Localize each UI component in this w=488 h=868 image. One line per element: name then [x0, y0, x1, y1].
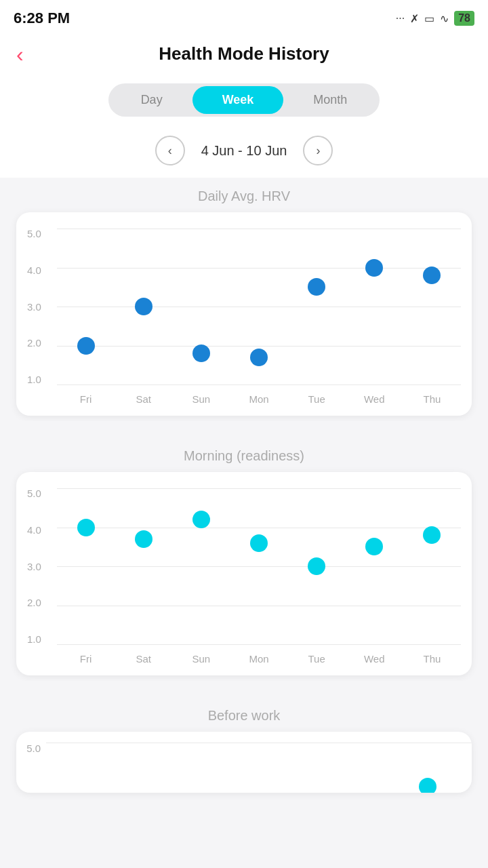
before-work-dot — [419, 778, 436, 793]
date-navigation: ‹ 4 Jun - 10 Jun › — [0, 129, 488, 178]
header: ‹ Health Mode History — [0, 34, 488, 77]
hrv-y-3: 3.0 — [27, 302, 41, 312]
morning-x-labels: Fri Sat Sun Mon Tue Wed Thu — [57, 653, 461, 665]
prev-date-button[interactable]: ‹ — [155, 136, 185, 165]
hrv-chart-area: 5.0 4.0 3.0 2.0 1.0 Fri Sat Sun Mon Tue … — [27, 229, 461, 405]
page-title: Health Mode History — [16, 43, 472, 64]
hrv-x-thu: Thu — [403, 393, 461, 405]
grid-line — [57, 384, 461, 385]
morning-x-fri: Fri — [57, 653, 115, 665]
next-arrow-icon: › — [316, 144, 320, 158]
hrv-chart-title: Daily Avg. HRV — [0, 189, 488, 204]
morning-y-5: 5.0 — [27, 488, 41, 498]
grid-line — [57, 268, 461, 269]
hrv-x-mon: Mon — [230, 393, 287, 405]
status-icons: ··· ✗ ▭ ∿ 78 — [396, 11, 474, 26]
grid-line — [57, 644, 461, 645]
grid-line — [57, 488, 461, 489]
morning-y-labels: 5.0 4.0 3.0 2.0 1.0 — [27, 488, 41, 665]
data-point — [365, 259, 383, 277]
status-time: 6:28 PM — [14, 9, 70, 27]
dots-icon: ··· — [396, 12, 405, 24]
morning-y-2: 2.0 — [27, 597, 41, 608]
hrv-y-2: 2.0 — [27, 338, 41, 348]
hrv-y-labels: 5.0 4.0 3.0 2.0 1.0 — [27, 229, 41, 405]
hrv-x-fri: Fri — [57, 393, 115, 405]
morning-chart-title: Morning (readiness) — [0, 448, 488, 464]
divider-1 — [0, 421, 488, 437]
hrv-x-sun: Sun — [172, 393, 230, 405]
segment-control: Day Week Month — [108, 83, 380, 117]
before-work-grid — [46, 743, 472, 743]
data-point — [192, 344, 210, 362]
data-point — [423, 267, 441, 284]
hrv-x-tue: Tue — [288, 393, 346, 405]
morning-section: Morning (readiness) 5.0 4.0 3.0 2.0 1.0 … — [0, 437, 488, 681]
divider-2 — [0, 681, 488, 697]
hrv-x-wed: Wed — [346, 393, 403, 405]
battery-level: 78 — [454, 11, 474, 26]
grid-line — [57, 229, 461, 229]
hrv-y-5: 5.0 — [27, 229, 41, 239]
wifi-icon: ∿ — [440, 12, 449, 25]
data-point — [135, 530, 152, 548]
next-date-button[interactable]: › — [303, 136, 333, 165]
data-point — [308, 557, 325, 575]
morning-x-thu: Thu — [403, 653, 461, 665]
hrv-y-1: 1.0 — [27, 374, 41, 384]
data-point — [192, 511, 210, 528]
before-work-section: Before work 5.0 — [0, 697, 488, 798]
morning-x-sun: Sun — [172, 653, 230, 665]
before-work-title: Before work — [0, 708, 488, 724]
before-work-y-5: 5.0 — [16, 743, 43, 754]
morning-plot — [57, 488, 461, 644]
data-point — [77, 337, 95, 355]
morning-y-3: 3.0 — [27, 561, 41, 572]
prev-arrow-icon: ‹ — [168, 144, 172, 158]
battery-icon: ▭ — [424, 12, 434, 25]
bluetooth-icon: ✗ — [410, 12, 419, 25]
grid-line — [57, 528, 461, 528]
data-point — [365, 538, 383, 555]
morning-x-sat: Sat — [115, 653, 172, 665]
segment-control-container: Day Week Month — [0, 77, 488, 129]
data-point — [135, 298, 152, 315]
data-point — [250, 349, 268, 366]
morning-x-mon: Mon — [230, 653, 287, 665]
hrv-y-4: 4.0 — [27, 265, 41, 275]
morning-y-1: 1.0 — [27, 634, 41, 644]
hrv-section: Daily Avg. HRV 5.0 4.0 3.0 2.0 1.0 Fri S… — [0, 178, 488, 421]
segment-week[interactable]: Week — [192, 86, 284, 114]
segment-day[interactable]: Day — [111, 86, 192, 114]
morning-x-tue: Tue — [288, 653, 346, 665]
back-button[interactable]: ‹ — [16, 43, 24, 65]
data-point — [250, 534, 268, 552]
grid-line — [57, 606, 461, 606]
morning-chart-area: 5.0 4.0 3.0 2.0 1.0 Fri Sat Sun Mon Tue … — [27, 488, 461, 665]
data-point — [423, 526, 441, 544]
before-work-chart-card: 5.0 — [16, 732, 472, 793]
data-point — [77, 519, 95, 536]
morning-y-4: 4.0 — [27, 525, 41, 535]
grid-line — [57, 566, 461, 567]
hrv-x-sat: Sat — [115, 393, 172, 405]
morning-chart-card: 5.0 4.0 3.0 2.0 1.0 Fri Sat Sun Mon Tue … — [16, 472, 472, 675]
data-point — [308, 278, 325, 296]
hrv-x-labels: Fri Sat Sun Mon Tue Wed Thu — [57, 393, 461, 405]
segment-month[interactable]: Month — [283, 86, 377, 114]
date-range-label: 4 Jun - 10 Jun — [201, 143, 287, 159]
hrv-plot — [57, 229, 461, 384]
grid-line — [57, 307, 461, 307]
hrv-chart-card: 5.0 4.0 3.0 2.0 1.0 Fri Sat Sun Mon Tue … — [16, 212, 472, 416]
grid-line — [57, 346, 461, 347]
morning-x-wed: Wed — [346, 653, 403, 665]
status-bar: 6:28 PM ··· ✗ ▭ ∿ 78 — [0, 0, 488, 34]
